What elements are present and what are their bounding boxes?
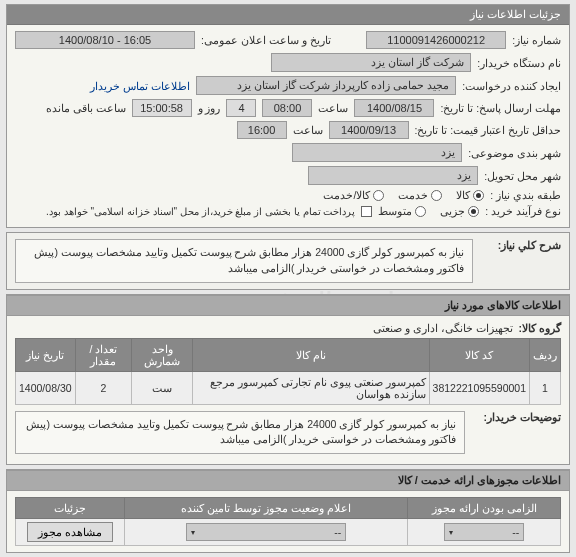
delivery-city-field: یزد xyxy=(308,166,478,185)
view-auth-button[interactable]: مشاهده مجوز xyxy=(27,522,113,542)
process-radio-group: جزیی متوسط xyxy=(378,205,479,217)
radio-item-both[interactable]: کالا/خدمت xyxy=(323,189,384,201)
auth-col-status: اعلام وضعیت مجوز توسط تامین کننده xyxy=(125,498,408,519)
goods-info-panel: اطلاعات کالاهای مورد نیاز گروه کالا: تجه… xyxy=(6,294,570,466)
buyer-notes-label: توضیحات خریدار: xyxy=(471,411,561,423)
announce-label: تاریخ و ساعت اعلان عمومی: xyxy=(201,34,331,46)
subject-city-field: یزد xyxy=(292,143,462,162)
need-summary-text: نیاز به کمپرسور کولر گازی 24000 هزار مطا… xyxy=(15,239,473,283)
requester-field: مجید حمامی زاده کارپرداز شرکت گاز استان … xyxy=(196,76,456,95)
min-validity-time-field: 16:00 xyxy=(237,121,287,139)
mandatory-dropdown[interactable]: ▾ -- xyxy=(444,523,524,541)
goods-group-label: گروه کالا: xyxy=(519,322,561,334)
table-row: 1 3812221095590001 کمپرسور صنعتی پیوی نا… xyxy=(16,371,561,404)
chevron-down-icon: ▾ xyxy=(191,528,195,537)
auth-row: ▾ -- ▾ -- مشاهده مجوز xyxy=(16,519,561,546)
need-no-label: شماره نیاز: xyxy=(512,34,561,46)
service-auth-panel: اطلاعات مجوزهای ارائه خدمت / کالا الزامی… xyxy=(6,469,570,553)
announce-field: 1400/08/10 - 16:05 xyxy=(15,31,195,49)
status-dropdown[interactable]: ▾ -- xyxy=(186,523,346,541)
payment-checkbox[interactable] xyxy=(361,206,372,217)
radio-icon xyxy=(468,206,479,217)
service-auth-header: اطلاعات مجوزهای ارائه خدمت / کالا xyxy=(7,470,569,491)
auth-col-mandatory: الزامی بودن ارائه مجوز xyxy=(408,498,561,519)
payment-note: پرداخت تمام یا بخشی از مبلغ خرید،از محل … xyxy=(46,206,355,217)
col-unit: واحد شمارش xyxy=(132,338,193,371)
need-no-field: 1100091426000212 xyxy=(366,31,506,49)
radio-item-jozi[interactable]: جزیی xyxy=(440,205,479,217)
need-summary-panel: شرح کلي نياز: نیاز به کمپرسور کولر گازی … xyxy=(6,232,570,290)
time-label-2: ساعت xyxy=(293,124,323,136)
buyer-org-field: شرکت گاز استان یزد xyxy=(271,53,471,72)
min-validity-label: حداقل تاریخ اعتبار قیمت: تا تاریخ: xyxy=(415,124,561,136)
auth-col-details: جزئیات xyxy=(16,498,125,519)
goods-table: ردیف کد کالا نام کالا واحد شمارش تعداد /… xyxy=(15,338,561,405)
deadline-date-field: 1400/08/15 xyxy=(354,99,434,117)
remaining-label: ساعت باقی مانده xyxy=(46,102,126,114)
radio-item-khedmat[interactable]: خدمت xyxy=(398,189,442,201)
radio-item-kala[interactable]: کالا xyxy=(456,189,484,201)
deadline-label: مهلت ارسال پاسخ: تا تاریخ: xyxy=(440,102,561,114)
deadline-time-field: 08:00 xyxy=(262,99,312,117)
col-date: تاریخ نیاز xyxy=(16,338,76,371)
goods-info-header: اطلاعات کالاهای مورد نیاز xyxy=(7,295,569,316)
need-type-label: طبقه بندي نياز : xyxy=(490,189,561,201)
days-remaining-field: 4 xyxy=(226,99,256,117)
buyer-notes-text: نیاز به کمپرسور کولر گازی 24000 هزار مطا… xyxy=(15,411,465,455)
min-validity-date-field: 1400/09/13 xyxy=(329,121,409,139)
col-name: نام کالا xyxy=(193,338,429,371)
need-details-panel: جزئیات اطلاعات نیاز شماره نیاز: 11000914… xyxy=(6,4,570,228)
process-label: نوع فرآیند خرید : xyxy=(485,205,561,217)
day-label: روز و xyxy=(198,102,221,114)
radio-icon xyxy=(431,190,442,201)
radio-item-motevaset[interactable]: متوسط xyxy=(378,205,426,217)
buyer-org-label: نام دستگاه خریدار: xyxy=(477,57,561,69)
radio-icon xyxy=(415,206,426,217)
col-code: کد کالا xyxy=(429,338,529,371)
goods-group-value: تجهیزات خانگی، اداری و صنعتی xyxy=(373,322,513,334)
requester-label: ایجاد کننده درخواست: xyxy=(462,80,561,92)
time-label-1: ساعت xyxy=(318,102,348,114)
radio-icon xyxy=(473,190,484,201)
chevron-down-icon: ▾ xyxy=(449,528,453,537)
col-idx: ردیف xyxy=(530,338,561,371)
col-qty: تعداد / مقدار xyxy=(75,338,131,371)
delivery-city-label: شهر محل تحویل: xyxy=(484,170,561,182)
subject-city-label: شهر بندی موضوعی: xyxy=(468,147,561,159)
contact-link[interactable]: اطلاعات تماس خریدار xyxy=(90,80,190,92)
need-type-radio-group: کالا خدمت کالا/خدمت xyxy=(323,189,484,201)
need-summary-label: شرح کلي نياز: xyxy=(481,239,561,251)
panel-title: جزئیات اطلاعات نیاز xyxy=(7,5,569,25)
radio-icon xyxy=(373,190,384,201)
auth-table: الزامی بودن ارائه مجوز اعلام وضعیت مجوز … xyxy=(15,497,561,546)
remaining-time-field: 15:00:58 xyxy=(132,99,192,117)
